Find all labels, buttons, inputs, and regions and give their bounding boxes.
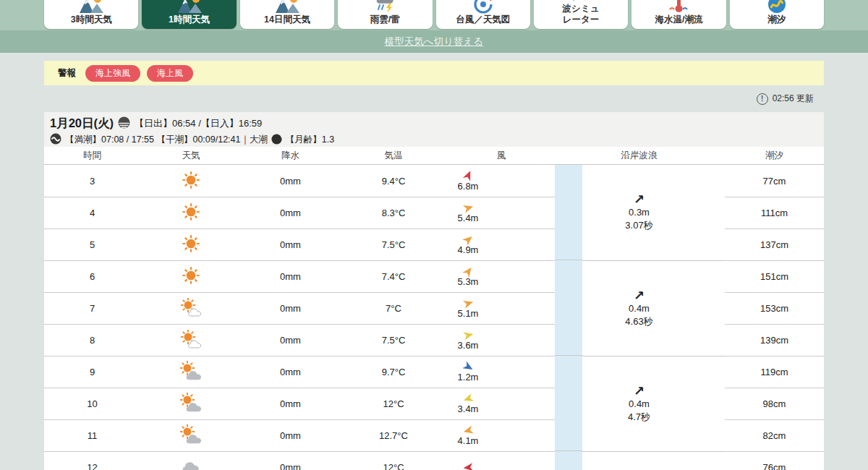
wind-cell: 5.1m [448, 297, 555, 320]
temp-cell: 9.7°C [339, 367, 448, 377]
forecast-row-hour-6: 60mm7.4°C5.3m [44, 260, 555, 292]
column-header-time: 時間 [44, 150, 140, 162]
sunrise-sunset-text: 【日出】06:54 /【日入】16:59 [135, 117, 262, 130]
tide-times-text: 【満潮】07:08 / 17:55 【干潮】00:09/12:41｜大潮 [65, 134, 268, 146]
mountain-sun-icon [176, 0, 203, 14]
tab-label: 潮汐 [767, 14, 786, 25]
coastal-wave-column: ↗0.3m3.07秒↗0.4m4.63秒↗0.4m4.7秒 [582, 165, 725, 470]
sunny-icon [180, 265, 202, 288]
column-header-weather: 天気 [140, 150, 242, 162]
coastal-wave-group: ↗0.4m4.63秒 [582, 260, 725, 356]
precip-cell: 0mm [242, 239, 339, 250]
wind-cell: 4.9m [448, 234, 555, 256]
wind-cell: 3.4m [448, 393, 555, 415]
sun-small-cloud-icon [179, 329, 203, 351]
hour-cell: 11 [44, 430, 140, 441]
forecast-row-hour-10: 100mm12°C3.4m [44, 388, 555, 419]
warning-badge-gale[interactable]: 海上強風 [85, 65, 140, 82]
precip-cell: 0mm [242, 208, 339, 218]
tab-3hour-weather[interactable]: 3時間天気 [44, 0, 138, 29]
ne-arrow-icon: ↗ [634, 193, 644, 206]
hour-cell: 4 [44, 208, 140, 218]
moon-icon [271, 134, 282, 147]
tide-level-cell: 76cm [725, 451, 824, 470]
tab-radar-lightning[interactable]: 雨雲/雷 [338, 0, 432, 29]
sunrise-icon [118, 116, 130, 132]
forecast-row-hour-5: 50mm7.5°C4.9m [44, 228, 555, 260]
weather-page: 3時間天気1時間天気14日間天気雨雲/雷台風／天気図波シミュ レーター海水温/潮… [0, 0, 868, 470]
temp-cell: 12.7°C [339, 430, 448, 441]
temp-cell: 9.4°C [339, 176, 448, 187]
tab-label: 雨雲/雷 [370, 14, 400, 25]
wind-direction-arrow-icon [463, 234, 474, 245]
precip-cell: 0mm [242, 462, 339, 470]
precip-cell: 0mm [242, 430, 339, 441]
wind-direction-arrow-icon [463, 361, 474, 372]
tide-level-cell: 139cm [725, 324, 824, 356]
column-header-temp: 気温 [339, 150, 448, 162]
tab-1hour-weather[interactable]: 1時間天気 [142, 0, 236, 29]
warning-label: 警報 [58, 67, 76, 80]
weather-cell [140, 456, 242, 470]
switch-to-horizontal-link[interactable]: 横型天気へ切り替える [385, 35, 483, 48]
tab-14day-weather[interactable]: 14日間天気 [240, 0, 334, 29]
coastal-wave-group: ↗0.4m4.7秒 [582, 356, 725, 451]
tide-level-cell: 151cm [725, 260, 824, 292]
tide-level-cell: 153cm [725, 292, 824, 324]
wind-speed: 5.1m [458, 309, 479, 320]
tab-label: 1時間天気 [169, 14, 210, 25]
tab-label: 14日間天気 [264, 14, 310, 25]
forecast-table-body: 30mm9.4°C6.8m40mm8.3°C5.4m50mm7.5°C4.9m6… [44, 165, 824, 470]
tab-typhoon-chart[interactable]: 台風／天気図 [436, 0, 530, 29]
forecast-row-hour-11: 110mm12.7°C4.1m [44, 419, 555, 451]
warning-bar: 警報 海上強風 海上風 [44, 61, 824, 85]
wave-sim-icon [570, 0, 592, 3]
wind-cell [448, 462, 555, 470]
warning-badge-wind[interactable]: 海上風 [147, 65, 193, 82]
wind-speed: 4.1m [458, 436, 479, 447]
weather-cell [140, 202, 242, 224]
wind-speed: 3.4m [458, 404, 479, 415]
temp-cell: 7°C [339, 303, 448, 314]
weather-cell [140, 170, 242, 192]
tide-level-cell: 98cm [725, 388, 824, 419]
column-header-coastal-waves: 沿岸波浪 [582, 150, 725, 162]
tab-label: 3時間天気 [71, 14, 112, 25]
tab-tide[interactable]: 潮汐 [730, 0, 824, 29]
updated-time: 02:56 更新 [773, 93, 814, 105]
tab-wave-simulator[interactable]: 波シミュ レーター [534, 0, 628, 29]
weather-cell [140, 393, 242, 415]
hour-cell: 6 [44, 271, 140, 282]
wave-height: 0.4m [629, 398, 650, 411]
tab-label: 波シミュ レーター [563, 4, 600, 25]
layout-switch-bar: 横型天気へ切り替える [0, 30, 868, 53]
mountain-sun-icon [274, 0, 300, 14]
weather-cell [140, 329, 242, 351]
wind-direction-arrow-icon [463, 462, 474, 470]
sun-cloud-icon [179, 361, 203, 383]
wind-cell: 6.8m [448, 170, 555, 192]
wind-speed: 3.6m [458, 341, 479, 351]
typhoon-icon [472, 0, 495, 14]
wind-direction-arrow-icon [463, 265, 474, 277]
tab-sea-temp-current[interactable]: 海水温/潮流 [631, 0, 726, 29]
weather-cell [140, 234, 242, 256]
wind-direction-arrow-icon [463, 329, 474, 341]
hour-cell: 8 [44, 335, 140, 346]
tab-label: 海水温/潮流 [655, 14, 702, 25]
weather-cell [140, 297, 242, 320]
tide-level-cell: 137cm [725, 228, 824, 260]
wind-direction-arrow-icon [463, 393, 474, 404]
weather-tab-bar: 3時間天気1時間天気14日間天気雨雲/雷台風／天気図波シミュ レーター海水温/潮… [44, 0, 824, 29]
hourly-columns: 30mm9.4°C6.8m40mm8.3°C5.4m50mm7.5°C4.9m6… [44, 165, 555, 470]
wave-period: 4.63秒 [625, 315, 652, 328]
tide-level-cell: 82cm [725, 419, 824, 451]
wave-height: 0.4m [629, 302, 650, 315]
temp-cell: 7.4°C [339, 271, 448, 282]
precip-cell: 0mm [242, 367, 339, 377]
ne-arrow-icon: ↗ [634, 289, 644, 302]
wave-period: 4.7秒 [628, 411, 650, 424]
temp-cell: 12°C [339, 398, 448, 409]
temp-cell: 12°C [339, 462, 448, 470]
hour-cell: 12 [44, 462, 140, 470]
